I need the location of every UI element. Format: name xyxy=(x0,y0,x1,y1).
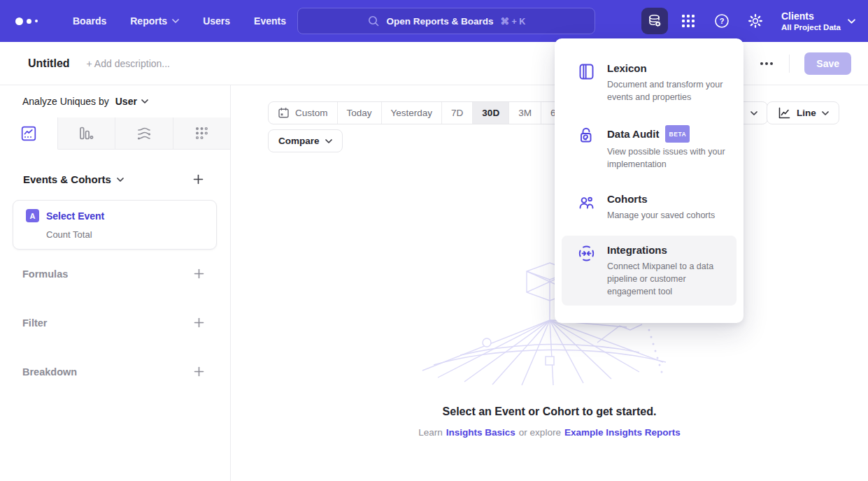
date-range-today[interactable]: Today xyxy=(338,102,382,124)
chevron-down-icon xyxy=(822,111,829,115)
help-button[interactable]: ? xyxy=(709,8,735,34)
org-name: Clients xyxy=(781,10,841,22)
breakdown-label: Breakdown xyxy=(22,366,77,378)
svg-text:?: ? xyxy=(720,17,725,25)
event-row-card[interactable]: A Select Event Count Total xyxy=(13,200,217,250)
line-chart-icon xyxy=(777,106,791,120)
data-audit-lock-icon xyxy=(577,126,596,145)
apps-grid-icon xyxy=(681,13,696,29)
global-search[interactable]: Open Reports & Boards ⌘ + K xyxy=(297,8,595,34)
menu-item-title: Lexicon xyxy=(607,62,731,76)
date-range-label: Today xyxy=(347,108,372,118)
example-reports-link[interactable]: Example Insights Reports xyxy=(564,427,681,438)
events-cohorts-dropdown[interactable]: Events & Cohorts xyxy=(23,173,124,185)
events-cohorts-label: Events & Cohorts xyxy=(23,173,111,185)
nav-item-boards[interactable]: Boards xyxy=(73,15,106,27)
formulas-section: Formulas xyxy=(0,267,231,280)
add-breakdown-button[interactable] xyxy=(192,365,206,378)
project-switcher-labels: Clients All Project Data xyxy=(781,10,841,32)
search-shortcut: ⌘ + K xyxy=(501,16,526,27)
plus-icon xyxy=(194,268,204,279)
date-range-30d[interactable]: 30D xyxy=(473,102,509,124)
date-range-label: Yesterday xyxy=(391,108,433,118)
tab-flows[interactable] xyxy=(115,117,173,150)
report-canvas: Custom Today Yesterday 7D 30D 3M 6M Line… xyxy=(231,85,868,481)
top-navigation: Boards Reports Users Events Open Reports… xyxy=(0,0,868,42)
menu-item-text: Integrations Connect Mixpanel to a data … xyxy=(607,243,731,298)
add-event-button[interactable] xyxy=(192,173,205,186)
date-range-custom[interactable]: Custom xyxy=(269,102,338,124)
empty-state-heading: Select an Event or Cohort to get started… xyxy=(231,405,868,418)
integrations-sync-icon xyxy=(577,244,596,263)
save-button[interactable]: Save xyxy=(804,52,851,75)
chevron-down-icon xyxy=(172,19,179,23)
nav-item-users[interactable]: Users xyxy=(203,15,230,27)
compare-dropdown[interactable]: Compare xyxy=(268,129,343,152)
filter-section: Filter xyxy=(0,316,231,329)
visualization-tabs xyxy=(0,117,230,150)
add-description-field[interactable]: + Add description... xyxy=(87,58,170,69)
apps-grid-button[interactable] xyxy=(675,8,702,34)
menu-item-text: Lexicon Document and transform your even… xyxy=(607,62,731,103)
tab-retention[interactable] xyxy=(173,117,231,150)
project-switcher[interactable]: Clients All Project Data xyxy=(781,10,855,32)
count-total-dropdown[interactable]: Count Total xyxy=(46,229,216,240)
date-range-yesterday[interactable]: Yesterday xyxy=(382,102,443,124)
analyze-by-dropdown[interactable]: User xyxy=(115,96,148,107)
breakdown-section: Breakdown xyxy=(0,365,231,378)
plus-icon xyxy=(194,366,204,377)
chevron-down-icon xyxy=(141,99,148,103)
nav-label: Users xyxy=(203,15,230,27)
date-range-3m[interactable]: 3M xyxy=(509,102,541,124)
menu-item-description: View possible issues with your implement… xyxy=(607,145,731,171)
date-range-7d[interactable]: 7D xyxy=(442,102,473,124)
chart-type-dropdown[interactable]: Line xyxy=(767,101,839,124)
menu-item-title: Data Audit xyxy=(607,127,659,141)
date-range-label: 7D xyxy=(451,108,463,118)
add-filter-button[interactable] xyxy=(192,316,206,329)
chart-type-label: Line xyxy=(797,108,816,118)
help-icon: ? xyxy=(713,13,730,29)
menu-item-integrations[interactable]: Integrations Connect Mixpanel to a data … xyxy=(562,236,737,306)
nav-right-controls: ? Clients All Project Data xyxy=(641,0,855,42)
menu-item-text: Data Audit BETA View possible issues wit… xyxy=(607,125,731,171)
subtext-middle: or explore xyxy=(519,427,561,438)
data-management-button[interactable] xyxy=(641,8,668,34)
nav-label: Boards xyxy=(73,15,106,27)
more-options-button[interactable] xyxy=(759,61,774,66)
search-icon xyxy=(367,15,380,27)
formulas-label: Formulas xyxy=(22,268,68,280)
tab-insights[interactable] xyxy=(0,117,58,150)
menu-item-lexicon[interactable]: Lexicon Document and transform your even… xyxy=(562,54,737,111)
nav-item-reports[interactable]: Reports xyxy=(130,15,179,27)
events-cohorts-header: Events & Cohorts xyxy=(0,173,230,186)
menu-item-title: Integrations xyxy=(607,243,731,257)
compare-label: Compare xyxy=(278,136,320,146)
menu-item-cohorts[interactable]: Cohorts Manage your saved cohorts xyxy=(562,185,737,229)
chevron-down-icon xyxy=(848,19,855,24)
report-title[interactable]: Untitled xyxy=(28,57,70,70)
analyze-prefix: Analyze Uniques by xyxy=(22,96,109,107)
nav-item-events[interactable]: Events xyxy=(254,15,286,27)
insights-basics-link[interactable]: Insights Basics xyxy=(446,427,515,438)
analyze-row: Analyze Uniques by User xyxy=(0,85,230,107)
menu-item-data-audit[interactable]: Data Audit BETA View possible issues wit… xyxy=(562,117,737,178)
subtext-prefix: Learn xyxy=(418,427,443,438)
query-builder-sidebar: Analyze Uniques by User xyxy=(0,85,231,481)
data-management-menu: Lexicon Document and transform your even… xyxy=(555,38,744,323)
lexicon-book-icon xyxy=(577,62,596,81)
funnels-bars-icon xyxy=(78,125,94,142)
mixpanel-logo[interactable] xyxy=(15,17,48,25)
event-letter-badge: A xyxy=(26,209,39,222)
settings-button[interactable] xyxy=(742,8,769,34)
select-event-button[interactable]: Select Event xyxy=(46,210,104,222)
plus-icon xyxy=(194,317,204,328)
plus-icon xyxy=(193,174,204,185)
date-range-control: Custom Today Yesterday 7D 30D 3M 6M xyxy=(268,101,574,124)
tab-funnels[interactable] xyxy=(58,117,116,150)
date-range-label: 3M xyxy=(518,108,532,118)
add-formula-button[interactable] xyxy=(192,267,206,280)
menu-item-description: Manage your saved cohorts xyxy=(607,209,715,222)
filter-label: Filter xyxy=(22,317,47,329)
header-divider xyxy=(789,55,790,73)
